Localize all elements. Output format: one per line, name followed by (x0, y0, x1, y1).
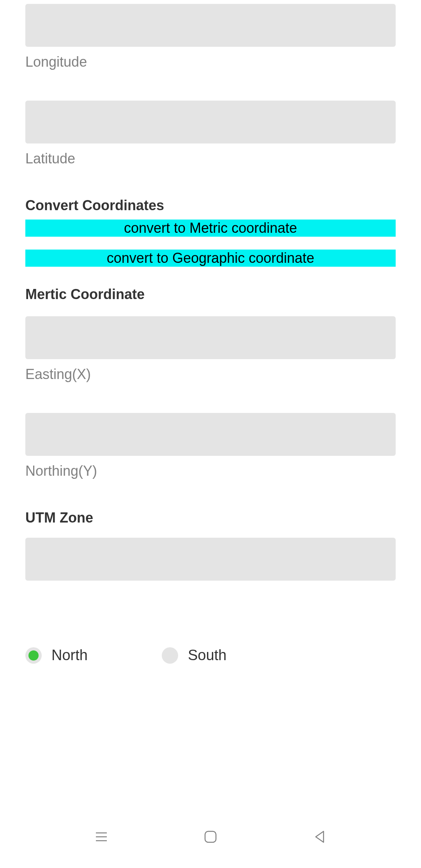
radio-indicator-icon (25, 647, 42, 664)
radio-north[interactable]: North (25, 647, 88, 664)
metric-section: Mertic Coordinate Easting(X) Northing(Y) (25, 286, 396, 479)
utm-heading: UTM Zone (25, 510, 396, 526)
convert-heading: Convert Coordinates (25, 197, 396, 214)
northing-input[interactable] (25, 413, 396, 456)
nav-back-button[interactable] (312, 829, 327, 845)
menu-icon (94, 831, 108, 843)
nav-recent-button[interactable] (94, 829, 109, 845)
latitude-label: Latitude (25, 151, 396, 167)
longitude-field-group: Longitude (25, 4, 396, 70)
main-content: Longitude Latitude Convert Coordinates c… (0, 0, 421, 664)
utm-section: UTM Zone North South (25, 510, 396, 664)
latitude-input[interactable] (25, 101, 396, 143)
triangle-back-icon (313, 830, 326, 844)
convert-to-geographic-button[interactable]: convert to Geographic coordinate (25, 250, 396, 267)
latitude-field-group: Latitude (25, 101, 396, 167)
radio-south[interactable]: South (162, 647, 226, 664)
square-icon (204, 830, 217, 843)
radio-south-label: South (188, 647, 226, 664)
longitude-label: Longitude (25, 54, 396, 70)
northing-label: Northing(Y) (25, 463, 396, 479)
northing-field-group: Northing(Y) (25, 413, 396, 479)
nav-home-button[interactable] (203, 829, 218, 845)
easting-field-group: Easting(X) (25, 316, 396, 383)
radio-indicator-icon (162, 647, 178, 664)
easting-label: Easting(X) (25, 366, 396, 383)
radio-north-label: North (51, 647, 88, 664)
system-nav-bar (0, 829, 421, 845)
hemisphere-radio-group: North South (25, 647, 396, 664)
easting-input[interactable] (25, 316, 396, 359)
svg-rect-3 (205, 831, 216, 842)
longitude-input[interactable] (25, 4, 396, 47)
metric-heading: Mertic Coordinate (25, 286, 396, 303)
convert-section: Convert Coordinates convert to Metric co… (25, 197, 396, 267)
convert-to-metric-button[interactable]: convert to Metric coordinate (25, 220, 396, 237)
utm-zone-input[interactable] (25, 538, 396, 581)
